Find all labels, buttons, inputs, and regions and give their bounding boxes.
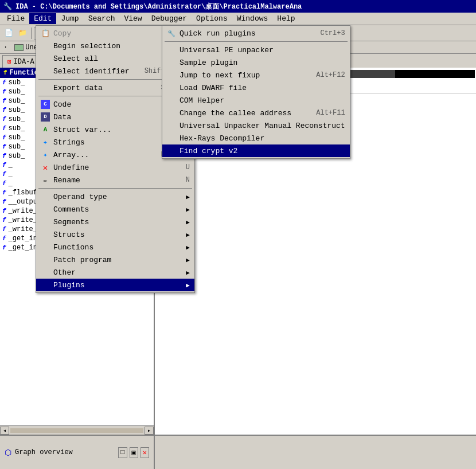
window-minimize[interactable]: □ [118,447,127,458]
func-name: sub_ [9,88,25,96]
menu-comments-label: Comments [53,205,89,214]
copy-icon: 📋 [41,29,50,38]
menu-patch-program[interactable]: Patch program ▶ [36,253,194,266]
func-icon: f [2,107,6,114]
func-name: _ [9,179,13,187]
bottom-area: ⬡ Graph overview □ ▣ ✕ [0,435,476,469]
scroll-left[interactable]: ◂ [0,427,9,435]
func-name: _ [9,161,13,169]
find-crypt-icon [167,146,176,155]
func-name: _flsbuf [9,189,37,197]
menu-select-all-label: Select all [53,54,98,63]
hex-rays-icon [167,134,176,143]
func-icon: f [2,134,6,141]
plugin-universal-pe[interactable]: Universal PE unpacker [162,44,350,56]
menu-struct-var-label: Struct var... [53,126,111,134]
menu-structs[interactable]: Structs ▶ [36,228,194,241]
functions-arrow: ▶ [186,244,190,251]
menu-file[interactable]: File [2,13,29,24]
plugin-find-crypt[interactable]: Find crypt v2 [162,144,350,157]
func-icon: f [2,79,6,86]
menu-functions[interactable]: Functions ▶ [36,241,194,253]
menu-strings-label: Strings [53,138,85,147]
menu-segments[interactable]: Segments ▶ [36,216,194,228]
func-name: sub_ [9,124,25,132]
menu-windows[interactable]: Windows [232,13,273,24]
func-icon: f [2,226,6,233]
menu-patch-program-label: Patch program [53,256,111,264]
com-helper-icon [167,96,176,105]
plugin-jump-fixup[interactable]: Jump to next fixup Alt+F12 [162,69,350,81]
rename-icon: ✏ [41,175,50,185]
menu-bar: File Edit Jump Search View Debugger Opti… [0,13,476,25]
toolbar-open[interactable]: 📁 [16,27,29,40]
plugin-jump-fixup-shortcut: Alt+F12 [305,71,345,79]
plugin-sample[interactable]: Sample plugin [162,56,350,69]
menu-search[interactable]: Search [84,13,120,24]
menu-export-data-label: Export data [53,84,103,92]
menu-other[interactable]: Other ▶ [36,266,194,279]
window-restore[interactable]: ▣ [130,447,138,458]
function-list-scrollbar[interactable]: ◂ ▸ [0,425,154,435]
plugins-icon [41,280,50,290]
menu-structs-label: Structs [53,230,85,239]
plugins-arrow: ▶ [186,282,190,289]
comments-icon [41,205,50,214]
menu-view[interactable]: View [119,13,146,24]
color-seg-3 [395,70,475,78]
scroll-track[interactable] [10,428,143,433]
plugin-com-helper[interactable]: COM Helper [162,94,350,107]
menu-debugger[interactable]: Debugger [147,13,192,24]
comments-arrow: ▶ [186,206,190,213]
plugin-universal-manual[interactable]: Universal Unpacker Manual Reconstruct [162,119,350,132]
title-icon: 🔧 [3,2,12,11]
plugin-change-callee-shortcut: Alt+F11 [305,109,345,117]
menu-edit[interactable]: Edit [29,13,56,24]
structs-arrow: ▶ [186,231,190,239]
menu-plugins[interactable]: Plugins ▶ [36,279,194,291]
func-icon: f [2,143,6,150]
plugin-change-callee[interactable]: Change the callee address Alt+F11 [162,107,350,119]
menu-copy-label: Copy [53,29,71,38]
menu-code-label: Code [53,100,71,109]
menu-comments[interactable]: Comments ▶ [36,203,194,216]
func-name: sub_ [9,134,25,142]
window-close[interactable]: ✕ [141,447,149,458]
func-icon: f [2,125,6,132]
begin-selection-icon [41,41,50,50]
load-dwarf-icon [167,83,176,92]
menu-operand-type-label: Operand type [53,193,107,201]
func-icon: f [2,189,6,196]
menu-other-label: Other [53,268,76,277]
plugin-load-dwarf[interactable]: Load DWARF file [162,81,350,94]
func-icon: f [2,208,6,214]
menu-help[interactable]: Help [272,13,299,24]
select-all-icon [41,54,50,63]
menu-begin-selection-label: Begin selection [53,42,120,50]
plugin-sample-label: Sample plugin [180,58,237,67]
menu-rename-label: Rename [53,176,80,185]
menu-undefine[interactable]: ✕ Undefine U [36,161,194,174]
plugin-hex-rays-label: Hex-Rays Decompiler [180,134,264,143]
menu-select-identifier-label: Select identifier [53,67,130,76]
menu-rename[interactable]: ✏ Rename N [36,174,194,186]
legend-label: · [3,44,7,52]
graph-overview-panel: ⬡ Graph overview □ ▣ ✕ [0,436,155,469]
plugin-universal-pe-label: Universal PE unpacker [180,46,274,54]
tab-ida-a-label: IDA-A [14,58,34,66]
func-icon: f [2,171,6,178]
menu-options[interactable]: Options [192,13,232,24]
title-bar: 🔧 IDA - C:\Documents and Settings\Admini… [0,0,476,13]
menu-operand-type[interactable]: Operand type ▶ [36,190,194,203]
plugin-hex-rays[interactable]: Hex-Rays Decompiler [162,132,350,144]
segments-icon [41,217,50,226]
plugin-quick-run[interactable]: 🔧 Quick run plugins Ctrl+3 [162,27,350,40]
func-icon: f [2,235,6,242]
menu-jump[interactable]: Jump [56,13,83,24]
plugin-sep1 [165,41,348,42]
scroll-right[interactable]: ▸ [145,427,154,435]
export-data-icon [41,83,50,92]
other-arrow: ▶ [186,269,190,276]
toolbar-new[interactable]: 📄 [2,27,15,40]
func-name: sub_ [9,115,25,123]
